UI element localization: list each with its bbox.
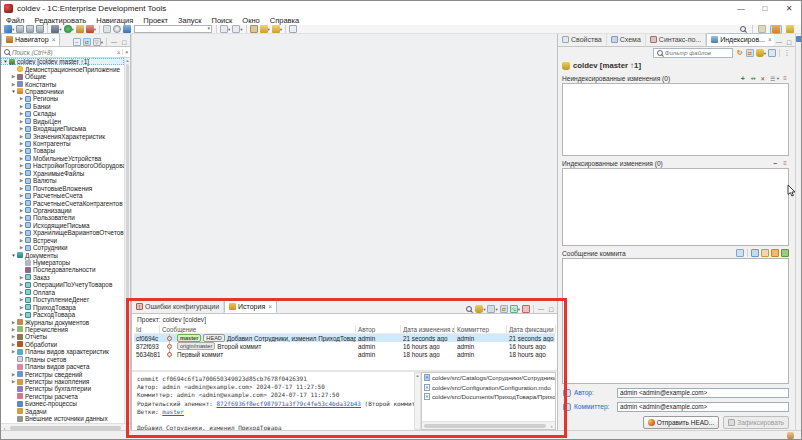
tree-item[interactable]: ▶ПоступлениеДенег	[1, 296, 124, 303]
search-input[interactable]	[12, 48, 115, 57]
close-button[interactable]: ✕	[777, 1, 801, 15]
filter-files-input[interactable]	[665, 50, 730, 56]
tree-item[interactable]: ▶Пользователи	[1, 214, 124, 221]
tree-item[interactable]: ▶Отчеты	[1, 333, 124, 340]
tree-item[interactable]: ▶Заказ	[1, 274, 124, 281]
tree-item[interactable]: ▶МобильныеУстройства	[1, 155, 124, 162]
tree-item[interactable]: ▶Банки	[1, 103, 124, 110]
history-clock-icon[interactable]	[113, 25, 121, 33]
minimize-button[interactable]: —	[729, 1, 753, 15]
tree-expander-icon[interactable]: ▶	[18, 245, 25, 250]
tree-expander-icon[interactable]: ▶	[18, 312, 25, 317]
tree-item[interactable]: ▶ИсходящиеПисьма	[1, 222, 124, 229]
dropdown-arrow-icon[interactable]: ▾	[240, 27, 242, 32]
stage-add-all-icon[interactable]	[749, 74, 757, 82]
tree-item[interactable]: ▶Оплата	[1, 289, 124, 296]
menu-item[interactable]: Редактировать	[29, 16, 91, 25]
menu-item[interactable]: Запуск	[173, 16, 206, 25]
tree-item[interactable]: ▶Регистры сведений	[1, 370, 124, 377]
toolbar-combo[interactable]	[134, 25, 212, 33]
tree-expander-icon[interactable]: ▶	[18, 148, 25, 153]
tree-expander-icon[interactable]: ▼	[2, 59, 9, 64]
tab-git-staging[interactable]: Индексиров...×	[706, 33, 774, 46]
tree-expander-icon[interactable]: ▶	[18, 290, 25, 295]
menu-item[interactable]: Проект	[138, 16, 173, 25]
run-debug-icon[interactable]	[64, 25, 72, 33]
tree-item[interactable]: ▶РасходТовара	[1, 311, 124, 318]
tree-expander-icon[interactable]: ▶	[18, 104, 25, 109]
dropdown-arrow-icon[interactable]: ▾	[12, 27, 14, 32]
tree-expander-icon[interactable]: ▶	[18, 163, 25, 168]
tree-item[interactable]: ▶ВидыЦен	[1, 118, 124, 125]
clear-search-icon[interactable]: ×	[117, 49, 121, 56]
tree-expander-icon[interactable]: ▶	[10, 74, 17, 79]
tree-item[interactable]: ▶Общие	[1, 73, 124, 80]
change-id-icon[interactable]	[761, 249, 769, 257]
tree-expander-icon[interactable]: ▶	[10, 342, 17, 347]
tree-item[interactable]: ▶Обработки	[1, 341, 124, 348]
gravatar-icon[interactable]	[781, 249, 789, 257]
tree-item[interactable]: ▶Регистры накопления	[1, 378, 124, 385]
minimize-icon[interactable]	[537, 305, 545, 313]
tree-item[interactable]: ▶РасчетныеСчета	[1, 192, 124, 199]
column-header[interactable]: Дата фиксации	[507, 325, 556, 333]
column-header[interactable]: Сообщение	[160, 325, 356, 333]
column-header[interactable]: Дата изменения а...	[401, 325, 455, 333]
close-tab-icon[interactable]: ×	[52, 36, 56, 43]
parent-commit-link[interactable]: 872f6936f8ecf987971a3f79c4fe53c4bda32b43	[216, 400, 361, 407]
scrollbar-thumb[interactable]	[126, 64, 129, 417]
branch-hierarchy-icon[interactable]	[510, 305, 518, 313]
save-as-icon[interactable]	[36, 25, 44, 33]
tree-expander-icon[interactable]: ▶	[18, 223, 25, 228]
tree-expander-icon[interactable]: ▶	[10, 82, 17, 87]
list-item[interactable]: ✕coldev/src/Documents/ПриходТовара/Прихо…	[422, 392, 555, 401]
tree-item[interactable]: Внешние источники данных	[1, 415, 124, 422]
dropdown-arrow-icon[interactable]: ▾	[483, 307, 485, 312]
tree-expander-icon[interactable]: ▶	[18, 238, 25, 243]
files-hscrollbar[interactable]: ›	[422, 421, 555, 429]
commit-button[interactable]: Зафиксировать	[723, 416, 789, 429]
occurrences-icon[interactable]	[103, 25, 111, 33]
menu-item[interactable]: Поиск	[207, 16, 238, 25]
save-icon[interactable]	[16, 25, 24, 33]
view-menu-icon[interactable]	[783, 49, 791, 57]
tree-item[interactable]: ▶Встречи	[1, 237, 124, 244]
details-vscrollbar[interactable]: ▲	[414, 372, 421, 430]
collapse-all-icon[interactable]	[73, 38, 81, 46]
link-with-selection-active-icon[interactable]	[500, 305, 508, 313]
tree-item[interactable]: ▶ЗначенияХарактеристик	[1, 132, 124, 139]
committer-label[interactable]: Коммиттер:	[574, 403, 614, 410]
refresh-icon[interactable]	[736, 49, 744, 57]
scrollbar-thumb[interactable]	[10, 426, 121, 430]
dropdown-arrow-icon[interactable]: ▾	[59, 27, 61, 32]
tree-item[interactable]: ДемонстрационноеПриложение	[1, 65, 124, 72]
minimize-icon[interactable]	[775, 38, 783, 46]
maximize-button[interactable]: □	[753, 1, 777, 15]
tree-expander-icon[interactable]: ▶	[18, 193, 25, 198]
tab-schema[interactable]: Схема	[607, 33, 646, 46]
tree-expander-icon[interactable]: ▶	[10, 327, 17, 332]
tree-item[interactable]: ▶ПриходТовара	[1, 303, 124, 310]
tree-expander-icon[interactable]: ▶	[18, 126, 25, 131]
menu-item[interactable]: Файл	[1, 16, 29, 25]
tree-expander-icon[interactable]: ▶	[18, 208, 25, 213]
compact-tree-icon[interactable]	[781, 159, 789, 167]
prev-annotation-icon[interactable]	[232, 25, 240, 33]
table-row[interactable]: cf0694cmasterHEADДобавил Сотрудники, изм…	[134, 334, 555, 342]
search-options-icon[interactable]: ▾	[122, 49, 128, 55]
compare-mode-icon[interactable]	[487, 305, 495, 313]
maximize-icon[interactable]	[785, 38, 793, 46]
tab-properties[interactable]: Свойства	[558, 33, 607, 46]
tree-expander-icon[interactable]: ▶	[18, 156, 25, 161]
tree-expander-icon[interactable]: ▶	[10, 372, 17, 377]
tree-item[interactable]: ▶Контрагенты	[1, 140, 124, 147]
tree-item[interactable]: ▶Константы	[1, 80, 124, 87]
tree-item[interactable]: Регистры расчета	[1, 393, 124, 400]
status-tray-icon[interactable]	[787, 432, 794, 439]
next-annotation-icon[interactable]	[220, 25, 228, 33]
tree-expander-icon[interactable]: ▶	[10, 349, 17, 354]
author-field[interactable]: admin <admin@example.com>	[617, 388, 789, 398]
list-item[interactable]: ✕coldev/src/Configuration/Configuration.…	[422, 382, 555, 391]
forward-icon[interactable]	[272, 25, 280, 33]
tree-item[interactable]: Последовательности	[1, 266, 124, 273]
